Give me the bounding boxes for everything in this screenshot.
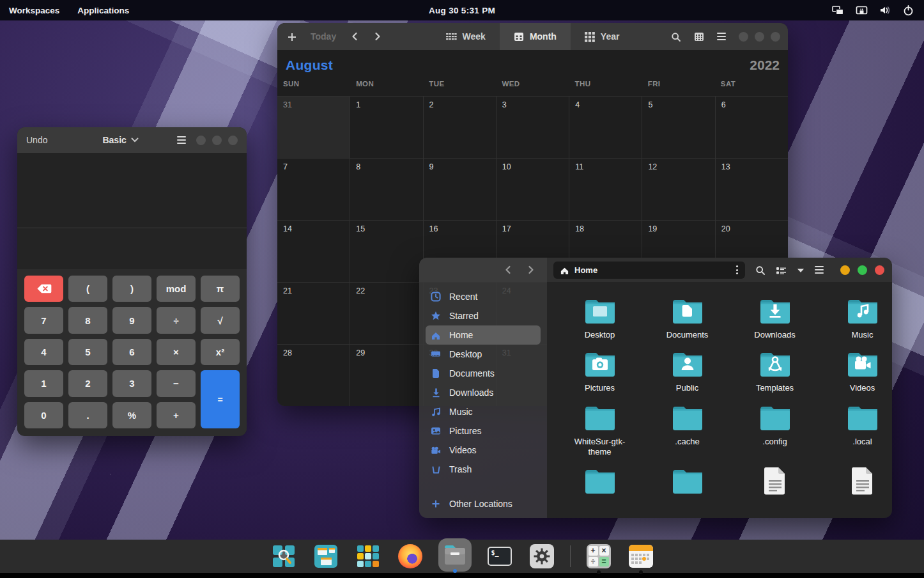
file-item-whitesur-gtk-theme[interactable]: WhiteSur-gtk-theme <box>557 394 642 458</box>
entry-display[interactable] <box>17 228 247 269</box>
sidebar-item-home[interactable]: Home <box>426 325 541 345</box>
key-five[interactable]: 5 <box>68 339 107 365</box>
calendar-day-cell[interactable]: 15 <box>350 221 422 282</box>
key-four[interactable]: 4 <box>24 339 63 365</box>
dock-item-calendar[interactable] <box>627 542 655 570</box>
calendar-day-cell[interactable]: 13 <box>716 159 788 220</box>
dock-item-calculator[interactable]: +×÷= <box>585 542 613 570</box>
dock-item-terminal[interactable]: $_ <box>486 542 514 570</box>
file-item[interactable] <box>820 457 892 500</box>
calendar-day-cell[interactable]: 12 <box>642 159 714 220</box>
menu-icon[interactable] <box>177 136 186 144</box>
volume-icon[interactable] <box>879 5 891 15</box>
window-button[interactable] <box>212 136 222 145</box>
back-button[interactable] <box>504 265 512 274</box>
dock-item-settings[interactable] <box>528 542 556 570</box>
minimize-button[interactable] <box>840 265 850 275</box>
file-item-downloads[interactable]: Downloads <box>732 287 817 340</box>
sidebar-item-trash[interactable]: Trash <box>426 460 541 479</box>
workspaces-menu[interactable]: Workspaces <box>0 6 68 15</box>
file-item-.local[interactable]: .local <box>820 394 892 458</box>
undo-button[interactable]: Undo <box>26 135 47 145</box>
calendar-day-cell[interactable]: 3 <box>497 97 569 158</box>
list-view-icon[interactable] <box>776 264 787 276</box>
sidebar-item-desktop[interactable]: Desktop <box>426 345 541 364</box>
power-icon[interactable] <box>903 5 914 16</box>
view-button-month[interactable]: Month <box>500 23 571 50</box>
sidebar-item-starred[interactable]: Starred <box>426 306 541 325</box>
file-item-music[interactable]: Music <box>820 287 892 340</box>
calendar-day-cell[interactable]: 10 <box>497 159 569 220</box>
key-seven[interactable]: 7 <box>24 307 63 333</box>
key-nine[interactable]: 9 <box>112 307 151 333</box>
key-sqrt[interactable]: √ <box>201 307 240 333</box>
sidebar-item-videos[interactable]: Videos <box>426 441 541 460</box>
search-icon[interactable] <box>755 264 766 276</box>
clock[interactable]: Aug 30 5:31 PM <box>429 6 495 15</box>
view-button-week[interactable]: Week <box>432 23 500 50</box>
dock-item-firefox[interactable] <box>396 542 424 570</box>
maximize-button[interactable] <box>858 265 867 275</box>
file-item[interactable] <box>732 457 817 500</box>
calendar-day-cell[interactable]: 11 <box>569 159 642 220</box>
dock-item-file-manager[interactable] <box>438 538 472 572</box>
calendar-day-cell[interactable]: 7 <box>277 159 350 220</box>
window-button[interactable] <box>196 136 206 145</box>
calendar-day-cell[interactable]: 8 <box>350 159 422 220</box>
dock-item-app-grid[interactable] <box>354 542 382 570</box>
calendar-day-cell[interactable]: 28 <box>277 345 350 406</box>
file-item-desktop[interactable]: Desktop <box>557 287 642 340</box>
window-button[interactable] <box>228 136 238 145</box>
key-add[interactable]: + <box>157 402 196 428</box>
applications-menu[interactable]: Applications <box>68 6 138 15</box>
menu-icon[interactable] <box>717 33 726 40</box>
view-options-caret-icon[interactable] <box>797 264 805 276</box>
calendar-day-cell[interactable]: 21 <box>277 283 350 344</box>
calendar-day-cell[interactable]: 14 <box>277 221 350 282</box>
key-eight[interactable]: 8 <box>68 307 107 333</box>
calendar-day-cell[interactable]: 6 <box>716 97 788 158</box>
file-item-.config[interactable]: .config <box>732 394 817 458</box>
calendar-day-cell[interactable]: 1 <box>350 97 422 158</box>
key-subtract[interactable]: − <box>157 370 196 396</box>
file-item-pictures[interactable]: Pictures <box>557 340 642 393</box>
key-open-paren[interactable]: ( <box>68 276 107 302</box>
previous-month-button[interactable] <box>350 32 359 41</box>
key-two[interactable]: 2 <box>68 370 107 396</box>
file-item-templates[interactable]: Templates <box>732 340 817 393</box>
location-menu-icon[interactable] <box>734 265 740 274</box>
today-button[interactable]: Today <box>311 31 336 42</box>
sidebar-item-other-locations[interactable]: Other Locations <box>426 494 541 513</box>
window-button[interactable] <box>771 32 780 42</box>
key-equals[interactable]: = <box>201 370 240 428</box>
forward-button[interactable] <box>527 265 535 274</box>
sidebar-item-documents[interactable]: Documents <box>426 364 541 383</box>
file-item-videos[interactable]: Videos <box>820 340 892 393</box>
calendar-day-cell[interactable]: 5 <box>642 97 714 158</box>
view-button-year[interactable]: Year <box>571 23 634 50</box>
window-button[interactable] <box>755 32 764 42</box>
close-button[interactable] <box>875 265 884 275</box>
file-item-.cache[interactable]: .cache <box>645 394 730 458</box>
dock-item-windows[interactable] <box>312 542 340 570</box>
calendar-day-cell[interactable]: 31 <box>277 97 350 158</box>
search-icon[interactable] <box>671 31 681 42</box>
new-event-button[interactable] <box>288 31 296 42</box>
calendar-day-cell[interactable]: 4 <box>569 97 642 158</box>
key-pi[interactable]: π <box>201 276 240 302</box>
key-backspace[interactable] <box>24 276 63 302</box>
sidebar-item-pictures[interactable]: Pictures <box>426 421 541 441</box>
file-item[interactable] <box>645 457 730 500</box>
mini-calendar-icon[interactable] <box>694 31 704 42</box>
next-month-button[interactable] <box>373 32 382 41</box>
calendar-day-cell[interactable]: 2 <box>424 97 496 158</box>
window-button[interactable] <box>739 32 748 42</box>
menu-icon[interactable] <box>815 266 824 274</box>
key-percent[interactable]: % <box>112 402 151 428</box>
key-zero[interactable]: 0 <box>24 402 63 428</box>
key-one[interactable]: 1 <box>24 370 63 396</box>
dock-item-overview[interactable] <box>270 542 298 570</box>
calendar-day-cell[interactable]: 29 <box>350 345 422 406</box>
key-square[interactable]: x² <box>201 339 240 365</box>
key-multiply[interactable]: × <box>157 339 196 365</box>
